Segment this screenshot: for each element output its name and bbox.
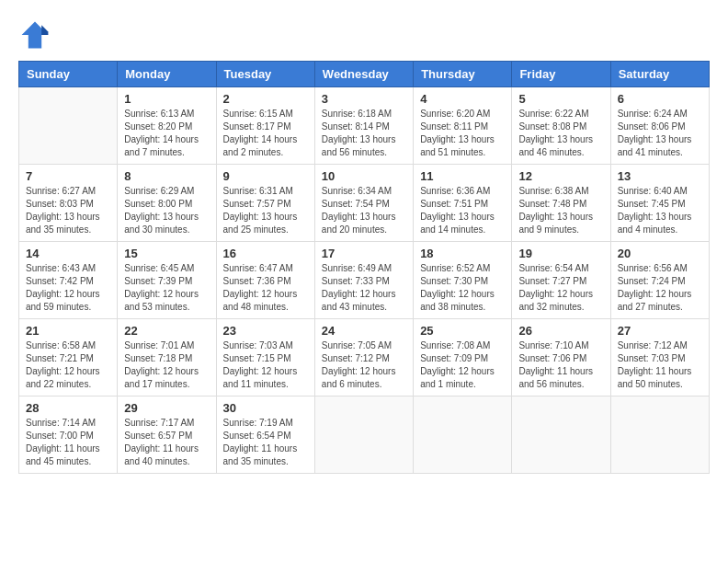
day-number: 8	[124, 169, 209, 183]
day-info: Sunrise: 6:34 AMSunset: 7:54 PMDaylight:…	[322, 185, 406, 236]
day-info: Sunrise: 7:03 AMSunset: 7:15 PMDaylight:…	[223, 339, 308, 391]
day-number: 3	[322, 92, 406, 106]
day-number: 23	[223, 324, 308, 338]
day-number: 17	[322, 247, 406, 260]
day-number: 20	[618, 247, 702, 260]
day-number: 16	[223, 247, 308, 260]
calendar-day-cell: 18Sunrise: 6:52 AMSunset: 7:30 PMDayligh…	[414, 242, 512, 319]
calendar-day-cell: 16Sunrise: 6:47 AMSunset: 7:36 PMDayligh…	[216, 242, 314, 319]
calendar-week-row: 7Sunrise: 6:27 AMSunset: 8:03 PMDaylight…	[19, 165, 710, 242]
day-number: 28	[26, 401, 110, 415]
day-info: Sunrise: 6:38 AMSunset: 7:48 PMDaylight:…	[518, 185, 603, 236]
day-info: Sunrise: 7:17 AMSunset: 6:57 PMDaylight:…	[124, 417, 209, 468]
day-info: Sunrise: 6:40 AMSunset: 7:45 PMDaylight:…	[618, 185, 702, 236]
day-info: Sunrise: 7:05 AMSunset: 7:12 PMDaylight:…	[322, 339, 406, 391]
calendar-day-cell: 15Sunrise: 6:45 AMSunset: 7:39 PMDayligh…	[118, 242, 216, 319]
day-number: 2	[223, 92, 308, 106]
calendar-day-cell: 20Sunrise: 6:56 AMSunset: 7:24 PMDayligh…	[610, 242, 709, 319]
day-info: Sunrise: 6:20 AMSunset: 8:11 PMDaylight:…	[420, 108, 505, 159]
day-info: Sunrise: 6:43 AMSunset: 7:42 PMDaylight:…	[26, 262, 110, 314]
day-number: 5	[518, 92, 603, 106]
calendar-day-cell	[19, 87, 118, 165]
day-info: Sunrise: 6:58 AMSunset: 7:21 PMDaylight:…	[26, 339, 110, 391]
day-number: 6	[618, 92, 702, 106]
day-number: 30	[223, 401, 308, 415]
day-number: 26	[518, 324, 603, 338]
day-info: Sunrise: 6:52 AMSunset: 7:30 PMDaylight:…	[420, 262, 505, 314]
day-info: Sunrise: 7:14 AMSunset: 7:00 PMDaylight:…	[26, 417, 110, 468]
day-info: Sunrise: 6:45 AMSunset: 7:39 PMDaylight:…	[124, 262, 209, 314]
day-info: Sunrise: 6:47 AMSunset: 7:36 PMDaylight:…	[223, 262, 308, 314]
weekday-header: Friday	[512, 62, 610, 87]
calendar-day-cell: 14Sunrise: 6:43 AMSunset: 7:42 PMDayligh…	[19, 242, 118, 319]
day-info: Sunrise: 6:22 AMSunset: 8:08 PMDaylight:…	[518, 108, 603, 159]
day-number: 19	[518, 247, 603, 260]
calendar-day-cell: 28Sunrise: 7:14 AMSunset: 7:00 PMDayligh…	[19, 396, 118, 474]
day-number: 12	[518, 169, 603, 183]
day-info: Sunrise: 7:08 AMSunset: 7:09 PMDaylight:…	[420, 339, 505, 391]
day-number: 9	[223, 169, 308, 183]
day-info: Sunrise: 6:29 AMSunset: 8:00 PMDaylight:…	[124, 185, 209, 236]
day-info: Sunrise: 7:01 AMSunset: 7:18 PMDaylight:…	[124, 339, 209, 391]
calendar-day-cell: 29Sunrise: 7:17 AMSunset: 6:57 PMDayligh…	[118, 396, 216, 474]
day-number: 25	[420, 324, 505, 338]
day-info: Sunrise: 7:10 AMSunset: 7:06 PMDaylight:…	[518, 339, 603, 391]
logo	[18, 18, 55, 52]
day-number: 13	[618, 169, 702, 183]
calendar-day-cell: 10Sunrise: 6:34 AMSunset: 7:54 PMDayligh…	[314, 165, 413, 242]
day-number: 27	[618, 324, 702, 338]
calendar-day-cell: 4Sunrise: 6:20 AMSunset: 8:11 PMDaylight…	[414, 87, 512, 165]
calendar-day-cell: 1Sunrise: 6:13 AMSunset: 8:20 PMDaylight…	[118, 87, 216, 165]
day-number: 7	[26, 169, 110, 183]
day-info: Sunrise: 6:15 AMSunset: 8:17 PMDaylight:…	[223, 108, 308, 159]
weekday-header: Saturday	[610, 62, 709, 87]
calendar-day-cell: 23Sunrise: 7:03 AMSunset: 7:15 PMDayligh…	[216, 319, 314, 396]
day-info: Sunrise: 7:12 AMSunset: 7:03 PMDaylight:…	[618, 339, 702, 391]
calendar-week-row: 14Sunrise: 6:43 AMSunset: 7:42 PMDayligh…	[19, 242, 710, 319]
calendar-day-cell	[314, 396, 413, 474]
day-number: 14	[26, 247, 110, 260]
calendar-day-cell: 25Sunrise: 7:08 AMSunset: 7:09 PMDayligh…	[414, 319, 512, 396]
weekday-header: Monday	[118, 62, 216, 87]
calendar-day-cell: 26Sunrise: 7:10 AMSunset: 7:06 PMDayligh…	[512, 319, 610, 396]
day-number: 11	[420, 169, 505, 183]
calendar-day-cell: 19Sunrise: 6:54 AMSunset: 7:27 PMDayligh…	[512, 242, 610, 319]
weekday-header: Thursday	[414, 62, 512, 87]
day-number: 22	[124, 324, 209, 338]
svg-marker-1	[41, 25, 48, 35]
calendar-day-cell: 8Sunrise: 6:29 AMSunset: 8:00 PMDaylight…	[118, 165, 216, 242]
page-header	[18, 18, 710, 52]
logo-icon	[18, 18, 51, 52]
calendar-day-cell: 21Sunrise: 6:58 AMSunset: 7:21 PMDayligh…	[19, 319, 118, 396]
calendar-day-cell: 24Sunrise: 7:05 AMSunset: 7:12 PMDayligh…	[314, 319, 413, 396]
day-number: 10	[322, 169, 406, 183]
day-info: Sunrise: 7:19 AMSunset: 6:54 PMDaylight:…	[223, 417, 308, 468]
day-info: Sunrise: 6:36 AMSunset: 7:51 PMDaylight:…	[420, 185, 505, 236]
day-info: Sunrise: 6:31 AMSunset: 7:57 PMDaylight:…	[223, 185, 308, 236]
calendar-day-cell: 17Sunrise: 6:49 AMSunset: 7:33 PMDayligh…	[314, 242, 413, 319]
calendar-day-cell: 9Sunrise: 6:31 AMSunset: 7:57 PMDaylight…	[216, 165, 314, 242]
calendar-day-cell: 11Sunrise: 6:36 AMSunset: 7:51 PMDayligh…	[414, 165, 512, 242]
weekday-header: Sunday	[19, 62, 118, 87]
calendar-day-cell	[512, 396, 610, 474]
day-info: Sunrise: 6:54 AMSunset: 7:27 PMDaylight:…	[518, 262, 603, 314]
calendar-week-row: 28Sunrise: 7:14 AMSunset: 7:00 PMDayligh…	[19, 396, 710, 474]
calendar-table: SundayMondayTuesdayWednesdayThursdayFrid…	[18, 61, 710, 474]
day-number: 1	[124, 92, 209, 106]
calendar-day-cell: 12Sunrise: 6:38 AMSunset: 7:48 PMDayligh…	[512, 165, 610, 242]
calendar-week-row: 21Sunrise: 6:58 AMSunset: 7:21 PMDayligh…	[19, 319, 710, 396]
day-number: 29	[124, 401, 209, 415]
day-number: 24	[322, 324, 406, 338]
day-number: 18	[420, 247, 505, 260]
calendar-day-cell: 7Sunrise: 6:27 AMSunset: 8:03 PMDaylight…	[19, 165, 118, 242]
calendar-day-cell	[414, 396, 512, 474]
calendar-day-cell: 22Sunrise: 7:01 AMSunset: 7:18 PMDayligh…	[118, 319, 216, 396]
day-info: Sunrise: 6:18 AMSunset: 8:14 PMDaylight:…	[322, 108, 406, 159]
weekday-header: Wednesday	[314, 62, 413, 87]
weekday-header-row: SundayMondayTuesdayWednesdayThursdayFrid…	[19, 62, 710, 87]
calendar-day-cell: 5Sunrise: 6:22 AMSunset: 8:08 PMDaylight…	[512, 87, 610, 165]
weekday-header: Tuesday	[216, 62, 314, 87]
day-info: Sunrise: 6:27 AMSunset: 8:03 PMDaylight:…	[26, 185, 110, 236]
day-number: 4	[420, 92, 505, 106]
calendar-week-row: 1Sunrise: 6:13 AMSunset: 8:20 PMDaylight…	[19, 87, 710, 165]
